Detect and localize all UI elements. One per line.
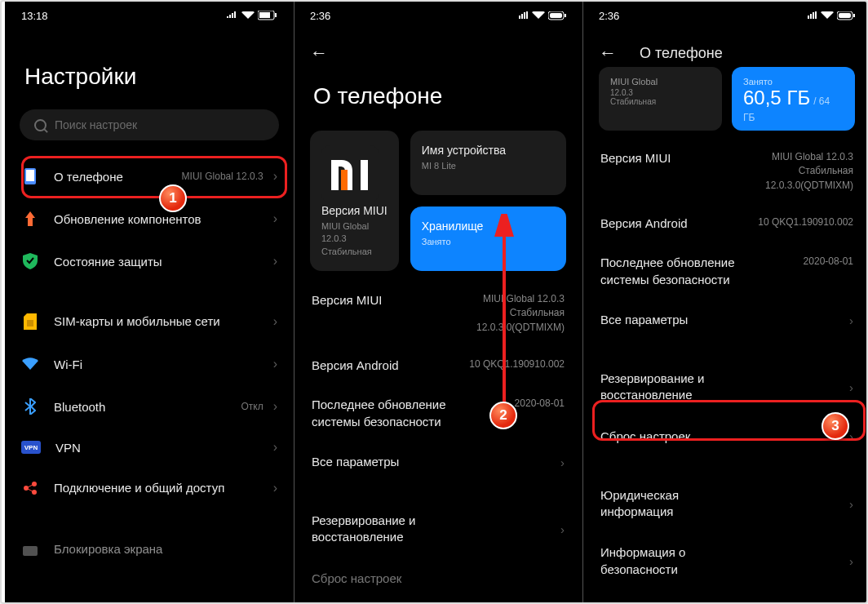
svg-rect-16 bbox=[853, 14, 855, 17]
row-safety-info[interactable]: Информация о безопасности › bbox=[582, 532, 868, 590]
chevron-right-icon: › bbox=[273, 440, 277, 455]
page-title: О телефоне bbox=[294, 67, 582, 121]
update-icon bbox=[21, 210, 39, 228]
svg-rect-15 bbox=[839, 13, 851, 18]
vpn-icon: VPN bbox=[21, 441, 41, 454]
svg-rect-11 bbox=[550, 13, 562, 18]
chevron-right-icon: › bbox=[273, 399, 277, 414]
status-time: 2:36 bbox=[310, 10, 330, 22]
chevron-right-icon: › bbox=[560, 522, 565, 536]
miui-logo-icon bbox=[321, 145, 379, 202]
signal-icon bbox=[808, 11, 817, 20]
chevron-right-icon: › bbox=[273, 169, 277, 184]
signal-icon bbox=[227, 11, 238, 20]
battery-icon bbox=[548, 11, 566, 20]
info-miui[interactable]: Версия MIUI MIUI Global 12.0.3 Стабильна… bbox=[582, 139, 868, 204]
info-all-params[interactable]: Все параметры › bbox=[582, 300, 868, 340]
svg-point-6 bbox=[24, 486, 29, 491]
card-miui-mini[interactable]: MIUI Global 12.0.3 Стабильная bbox=[599, 67, 722, 131]
chevron-right-icon: › bbox=[849, 429, 853, 443]
row-backup[interactable]: Резервирование и восстановление › bbox=[294, 500, 582, 558]
row-lockscreen[interactable]: Блокировка экрана bbox=[5, 527, 294, 570]
wifi-icon bbox=[21, 355, 39, 373]
battery-icon bbox=[837, 11, 855, 20]
svg-rect-2 bbox=[275, 13, 277, 17]
chevron-right-icon: › bbox=[560, 455, 565, 469]
row-wifi[interactable]: Wi-Fi › bbox=[5, 343, 294, 385]
row-component-update[interactable]: Обновление компонентов › bbox=[5, 198, 294, 240]
svg-rect-5 bbox=[27, 320, 33, 326]
svg-rect-4 bbox=[26, 170, 34, 181]
divider bbox=[294, 2, 294, 604]
row-vpn[interactable]: VPN VPN › bbox=[5, 428, 294, 467]
card-miui-version[interactable]: Версия MIUI MIUI Global 12.0.3 Стабильна… bbox=[310, 131, 399, 271]
wifi-icon bbox=[532, 11, 545, 20]
row-legal[interactable]: Юридическая информация › bbox=[582, 475, 868, 533]
sim-icon bbox=[21, 313, 39, 331]
chevron-right-icon: › bbox=[273, 211, 277, 226]
phone-settings: 13:18 Настройки Поиск настроек О телефон… bbox=[5, 2, 294, 604]
step-badge-2: 2 bbox=[489, 402, 517, 429]
chevron-right-icon: › bbox=[273, 481, 277, 495]
lock-icon bbox=[21, 540, 39, 557]
chevron-right-icon: › bbox=[849, 497, 853, 511]
header-title: О телефоне bbox=[640, 45, 723, 62]
phone-about: 2:36 ← О телефоне Версия MIUI MIUI Globa… bbox=[294, 2, 582, 604]
battery-icon bbox=[258, 11, 277, 20]
row-certification[interactable]: Сертификация › bbox=[582, 590, 868, 604]
share-icon bbox=[21, 479, 39, 497]
row-bluetooth[interactable]: Bluetooth Откл › bbox=[5, 385, 294, 428]
back-button[interactable]: ← bbox=[599, 42, 617, 64]
wifi-icon bbox=[241, 11, 255, 20]
shield-icon bbox=[21, 252, 39, 270]
search-placeholder: Поиск настроек bbox=[55, 118, 137, 131]
status-icons bbox=[519, 11, 566, 20]
signal-icon bbox=[519, 11, 529, 20]
chevron-right-icon: › bbox=[849, 554, 853, 568]
svg-rect-1 bbox=[259, 12, 270, 18]
back-button[interactable]: ← bbox=[310, 42, 328, 64]
status-bar: 2:36 bbox=[294, 2, 582, 29]
svg-rect-12 bbox=[565, 14, 566, 17]
status-bar: 13:18 bbox=[5, 2, 294, 29]
status-bar: 2:36 bbox=[582, 2, 868, 29]
info-android[interactable]: Версия Android 10 QKQ1.190910.002 bbox=[582, 204, 868, 243]
row-backup[interactable]: Резервирование и восстановление › bbox=[582, 358, 868, 416]
bluetooth-icon bbox=[21, 397, 39, 415]
status-time: 13:18 bbox=[21, 10, 48, 22]
status-icons bbox=[808, 11, 855, 20]
row-connection[interactable]: Подключение и общий доступ › bbox=[5, 467, 294, 509]
divider bbox=[582, 2, 583, 604]
status-time: 2:36 bbox=[599, 10, 619, 22]
info-android[interactable]: Версия Android 10 QKQ1.190910.002 bbox=[294, 346, 582, 385]
card-storage[interactable]: Хранилище Занято bbox=[410, 207, 566, 271]
search-icon bbox=[34, 119, 46, 131]
step-badge-3: 3 bbox=[822, 412, 849, 440]
info-all-params[interactable]: Все параметры › bbox=[294, 442, 582, 482]
search-input[interactable]: Поиск настроек bbox=[20, 109, 279, 140]
svg-point-8 bbox=[32, 490, 37, 495]
info-security-update[interactable]: Последнее обновление системы безопасност… bbox=[582, 243, 868, 300]
status-icons bbox=[227, 11, 277, 20]
card-device-name[interactable]: Имя устройства MI 8 Lite bbox=[410, 131, 566, 195]
info-security-update[interactable]: Последнее обновление системы безопасност… bbox=[294, 385, 582, 442]
info-miui[interactable]: Версия MIUI MIUI Global 12.0.3 Стабильна… bbox=[294, 281, 582, 346]
svg-rect-9 bbox=[23, 546, 38, 556]
step-badge-1: 1 bbox=[159, 184, 187, 212]
chevron-right-icon: › bbox=[849, 313, 853, 327]
card-storage-mini[interactable]: Занято 60,5 ГБ/ 64 ГБ bbox=[732, 67, 855, 131]
chevron-right-icon: › bbox=[849, 380, 853, 394]
chevron-right-icon: › bbox=[273, 357, 277, 371]
chevron-right-icon: › bbox=[273, 314, 277, 329]
row-sim[interactable]: SIM-карты и мобильные сети › bbox=[5, 300, 294, 343]
page-title: Настройки bbox=[5, 29, 294, 104]
about-icon bbox=[21, 167, 39, 185]
svg-point-7 bbox=[32, 482, 37, 486]
row-about-phone[interactable]: О телефоне MIUI Global 12.0.3 › bbox=[5, 155, 294, 198]
row-security-status[interactable]: Состояние защиты › bbox=[5, 240, 294, 282]
phone-about-scrolled: 2:36 ← О телефоне MIUI Global 12.0.3 Ста… bbox=[582, 2, 868, 604]
wifi-icon bbox=[821, 11, 834, 20]
row-reset[interactable]: Сброс настроек bbox=[294, 558, 582, 599]
chevron-right-icon: › bbox=[273, 254, 277, 269]
